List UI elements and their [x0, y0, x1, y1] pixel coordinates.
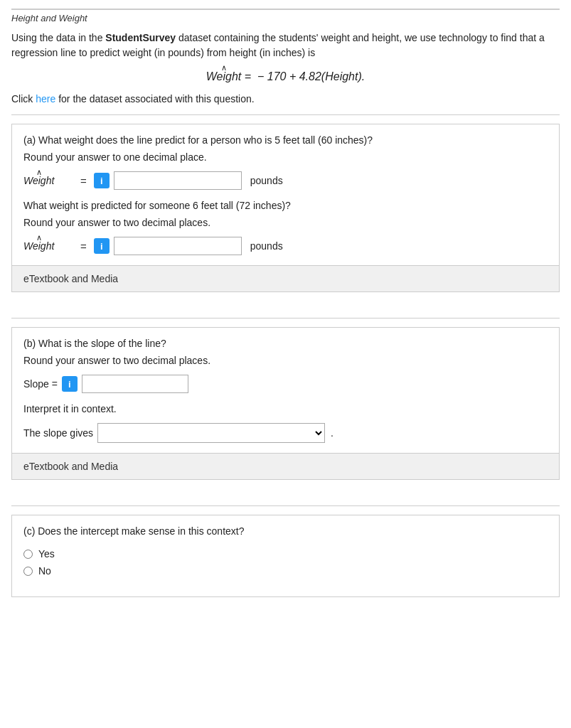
- dataset-name: StudentSurvey: [105, 32, 176, 43]
- part-a-question-1: (a) What weight does the line predict fo…: [23, 134, 548, 146]
- slope-label: Slope =: [23, 378, 58, 390]
- dataset-link[interactable]: here: [36, 93, 55, 105]
- part-b-section: (b) What is the slope of the line? Round…: [11, 327, 560, 480]
- part-c-question: (c) Does the intercept make sense in thi…: [23, 525, 548, 537]
- slope-gives-row: The slope gives the estimated weight for…: [23, 423, 548, 443]
- page-title: Height and Weight: [11, 13, 560, 23]
- regression-equation: Weight = − 170 + 4.82(Height).: [11, 70, 560, 83]
- info-button-2[interactable]: i: [94, 238, 110, 254]
- unit-label-1: pounds: [250, 175, 283, 186]
- dataset-link-line: Click here for the dataset associated wi…: [11, 93, 560, 105]
- part-b-round-note: Round your answer to two decimal places.: [23, 355, 548, 366]
- part-a-round-note-1: Round your answer to one decimal place.: [23, 151, 548, 163]
- radio-no-row: No: [23, 565, 548, 577]
- etextbook-bar-b: eTextbook and Media: [12, 453, 559, 479]
- slope-gives-label: The slope gives: [23, 427, 93, 439]
- divider-1: [11, 114, 560, 115]
- divider-2: [11, 318, 560, 318]
- weight-label-1: Weight: [23, 175, 73, 186]
- intro-paragraph: Using the data in the StudentSurvey data…: [11, 31, 560, 60]
- part-a-question-2: What weight is predicted for someone 6 f…: [23, 200, 548, 211]
- radio-yes-row: Yes: [23, 548, 548, 560]
- part-b-question: (b) What is the slope of the line?: [23, 338, 548, 349]
- part-a-round-note-2: Round your answer to two decimal places.: [23, 217, 548, 228]
- unit-label-2: pounds: [250, 240, 283, 252]
- weight-answer-input-2[interactable]: [114, 237, 242, 255]
- divider-3: [11, 505, 560, 506]
- slope-answer-input[interactable]: [82, 375, 188, 393]
- interpret-text: Interpret it in context.: [23, 403, 548, 414]
- radio-no[interactable]: [23, 567, 33, 576]
- weight-input-row-1: Weight = i pounds: [23, 171, 548, 190]
- period-dot: .: [331, 427, 333, 439]
- weight-input-row-2: Weight = i pounds: [23, 237, 548, 255]
- etextbook-bar-a: eTextbook and Media: [12, 265, 559, 291]
- radio-yes-label[interactable]: Yes: [38, 548, 55, 560]
- part-c-section: (c) Does the intercept make sense in thi…: [11, 515, 560, 597]
- info-button-1[interactable]: i: [94, 173, 110, 188]
- slope-gives-dropdown[interactable]: the estimated weight for a person of hei…: [97, 423, 325, 443]
- info-button-slope[interactable]: i: [62, 376, 78, 392]
- part-a-section: (a) What weight does the line predict fo…: [11, 124, 560, 292]
- slope-input-row: Slope = i: [23, 375, 548, 393]
- radio-no-label[interactable]: No: [38, 565, 51, 577]
- weight-answer-input-1[interactable]: [114, 171, 242, 190]
- weight-label-2: Weight: [23, 240, 73, 252]
- radio-yes[interactable]: [23, 550, 33, 559]
